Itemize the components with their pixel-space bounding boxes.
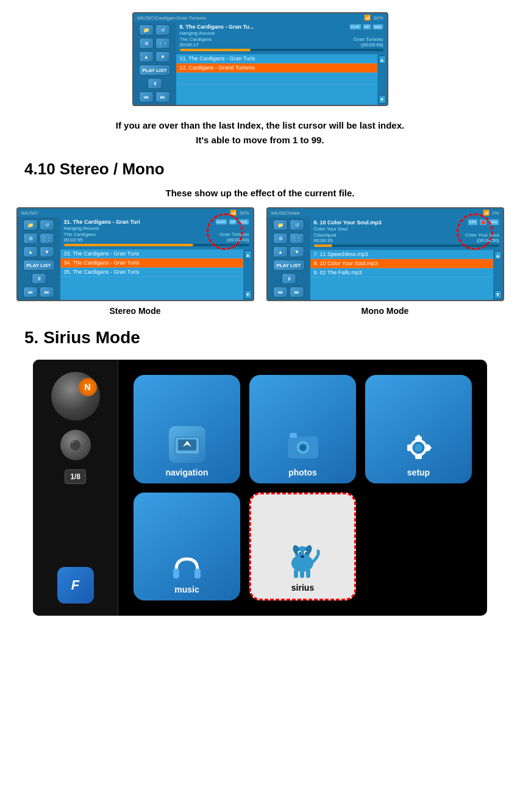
top-artist-album: The Cardigans Gran Turismo	[180, 37, 383, 42]
mono-settings-btn[interactable]: ⚙	[273, 233, 288, 244]
svg-rect-27	[294, 569, 298, 578]
mono-badge-flat: LSS	[468, 219, 478, 226]
next-btn[interactable]: ⏭	[155, 91, 170, 102]
mono-next-btn[interactable]: ⏭	[290, 287, 304, 297]
down-btn[interactable]: ▼	[155, 51, 170, 62]
mono-scroll-up-btn[interactable]: ▲	[494, 251, 502, 260]
sirius-logo-button[interactable]: N	[51, 372, 100, 421]
stereo-prev-btn[interactable]: ⏮	[23, 287, 38, 297]
top-hanging-around: Hanging Around	[180, 30, 383, 37]
mono-btn-row-2: ⚙ ⋮⋮	[273, 233, 304, 244]
stereo-folder-btn[interactable]: 📁	[23, 219, 38, 230]
stereo-scroll-controls: ▲ ▼	[243, 249, 253, 300]
stereo-badge-eq: ((●))	[238, 219, 249, 225]
mono-color-your-soul: Color Your Soul	[314, 226, 499, 232]
top-album: Gran Turismo	[354, 37, 383, 42]
setup-icon	[402, 431, 435, 465]
mono-down-btn[interactable]: ▼	[290, 246, 304, 257]
top-track-item-empty	[176, 73, 377, 85]
stereo-mono-container: \MUSIC 📶 30% 📁 ↺	[24, 207, 496, 316]
mono-device-body: 📁 ↺ ⚙ ⋮⋮ ▲ ▼ PLAY LIST	[268, 217, 503, 300]
svg-rect-12	[407, 444, 411, 451]
sirius-f-button[interactable]: F	[57, 567, 94, 604]
mono-time-row: 00:00:33 (00:04:50)	[314, 238, 499, 243]
stereo-mode-label: Stereo Mode	[109, 306, 160, 316]
top-scroll-up-btn[interactable]: ▲	[379, 55, 386, 64]
sirius-page-indicator: 1/8	[65, 469, 86, 484]
stereo-up-btn[interactable]: ▲	[23, 246, 38, 257]
up-btn[interactable]: ▲	[139, 51, 154, 62]
stereo-track-item-35[interactable]: 35. The Cardigans - Gran Turis	[60, 268, 243, 277]
top-track-list-area: 11. The Cardigans - Gran Turis 12. Cardi…	[176, 54, 387, 105]
stereo-next-btn[interactable]: ⏭	[40, 287, 54, 297]
info-text-block: If you are over than the last Index, the…	[24, 118, 496, 148]
stereo-progress-bar	[64, 244, 249, 246]
mono-device-left: 📁 ↺ ⚙ ⋮⋮ ▲ ▼ PLAY LIST	[268, 217, 310, 300]
mono-prev-btn[interactable]: ⏮	[273, 287, 288, 297]
stereo-grid-btn[interactable]: ⋮⋮	[40, 233, 54, 244]
mono-grid-btn[interactable]: ⋮⋮	[290, 233, 304, 244]
stereo-progress-fill	[64, 244, 194, 246]
refresh-btn[interactable]: ↺	[155, 24, 170, 35]
stereo-scroll-down-btn[interactable]: ▼	[244, 290, 252, 299]
mono-track-item-9[interactable]: 9. 02 The Falls.mp3	[310, 268, 493, 277]
prev-btn[interactable]: ⏮	[139, 91, 154, 102]
stereo-mode-block: \MUSIC 📶 30% 📁 ↺	[16, 207, 254, 316]
mono-folder-btn[interactable]: 📁	[273, 219, 288, 230]
sirius-app-setup[interactable]: setup	[365, 375, 472, 483]
top-track-item-12[interactable]: 12. Cardigans - Grand Turismo	[176, 63, 377, 73]
top-scroll-down-btn[interactable]: ▼	[379, 95, 386, 104]
mono-mode-label: Mono Mode	[362, 306, 409, 316]
stereo-time-total: (00:03:43)	[227, 237, 249, 243]
folder-btn[interactable]: 📁	[139, 24, 154, 35]
stereo-time-current: 00:02:55	[64, 237, 83, 243]
stereo-track-item-33[interactable]: 33. The Cardigans - Gran Turis	[60, 249, 243, 258]
mono-track-item-7[interactable]: 7. 11 Speechless.mp3	[310, 250, 493, 259]
stereo-play-pause-btn[interactable]: ⏸	[32, 273, 46, 284]
sirius-icon	[283, 540, 322, 580]
sirius-sidebar: N ⚫ 1/8 F	[33, 360, 118, 616]
mono-badge-ap: 🔴	[479, 219, 487, 226]
stereo-scroll-up-btn[interactable]: ▲	[244, 251, 252, 259]
mono-play-pause-btn[interactable]: ⏸	[282, 273, 296, 284]
mono-format-badges: LSS 🔴 ((●))	[468, 219, 499, 226]
mono-refresh-btn[interactable]: ↺	[290, 219, 304, 230]
stereo-btn-row-4: ⏸	[32, 273, 46, 284]
play-pause-btn[interactable]: ⏸	[148, 78, 162, 89]
top-track-item-11[interactable]: 11. The Cardigans - Gran Turis	[176, 54, 377, 63]
top-device-body: 📁 ↺ ⚙ ⋮⋮ ▲ ▼ PLAY LIST ⏸	[134, 22, 387, 105]
grid-btn[interactable]: ⋮⋮	[155, 38, 170, 49]
stereo-device-battery: 30%	[239, 210, 249, 216]
sirius-label: sirius	[291, 583, 314, 593]
mono-track-item-8[interactable]: 8. 10 Color Your Soul.mp3	[310, 259, 493, 268]
stereo-refresh-btn[interactable]: ↺	[40, 219, 54, 230]
sirius-app-photos[interactable]: photos	[249, 375, 356, 483]
stereo-format-badges: FLAT AP ((●))	[215, 219, 249, 225]
stereo-device-wrapper: \MUSIC 📶 30% 📁 ↺	[16, 207, 254, 301]
stereo-btn-row-5: ⏮ ⏭	[23, 287, 54, 297]
top-device-container: \MUSIC\Cardigan-Gran Turismo 📶 30% 📁 ↺	[24, 12, 496, 106]
stereo-down-btn[interactable]: ▼	[40, 246, 54, 257]
top-device-left-controls: 📁 ↺ ⚙ ⋮⋮ ▲ ▼ PLAY LIST ⏸	[134, 22, 176, 105]
stereo-track-item-34[interactable]: 34. The Cardigans - Gran Turis	[60, 258, 243, 268]
sirius-app-sirius[interactable]: sirius	[249, 493, 356, 601]
stereo-playlist-btn[interactable]: PLAY LIST	[23, 260, 55, 271]
mono-progress-fill	[314, 244, 332, 247]
mono-scroll-controls: ▲ ▼	[493, 250, 503, 300]
settings-btn[interactable]: ⚙	[139, 38, 154, 49]
playlist-btn[interactable]: PLAY LIST	[139, 65, 171, 76]
stereo-settings-btn[interactable]: ⚙	[23, 233, 38, 244]
stereo-time-row: 00:02:55 (00:03:43)	[64, 237, 249, 243]
mono-scroll-down-btn[interactable]: ▼	[494, 290, 502, 299]
svg-rect-4	[290, 433, 297, 438]
sirius-app-music[interactable]: music	[134, 493, 240, 601]
top-btn-row-3: ▲ ▼	[139, 51, 170, 62]
stereo-track-list-area: 33. The Cardigans - Gran Turis 34. The C…	[60, 249, 253, 300]
svg-rect-17	[194, 569, 201, 579]
mono-playlist-btn[interactable]: PLAY LIST	[273, 260, 305, 271]
mono-up-btn[interactable]: ▲	[273, 246, 288, 257]
top-time-total: (00:03:43)	[361, 42, 383, 48]
sirius-app-navigation[interactable]: navigation	[134, 375, 240, 483]
top-device-wrapper: \MUSIC\Cardigan-Gran Turismo 📶 30% 📁 ↺	[132, 12, 388, 106]
sirius-small-button[interactable]: ⚫	[60, 430, 91, 460]
